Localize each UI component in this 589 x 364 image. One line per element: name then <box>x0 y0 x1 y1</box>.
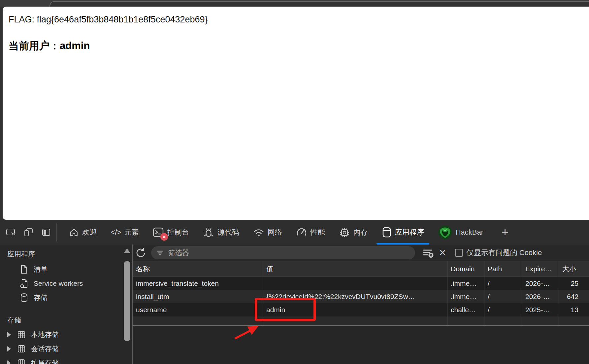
cookie-row-install-utm[interactable]: install_utm {%22deviceId%22:%22kzvevDUTv… <box>133 290 589 303</box>
cookie-domain[interactable]: .imme… <box>447 290 484 303</box>
table-grid-icon <box>17 359 26 364</box>
cookie-row-immersive-translate-token[interactable]: immersive_translate_token .imme… / 2026-… <box>133 277 589 290</box>
more-tabs-button[interactable]: + <box>502 225 508 239</box>
cookie-size[interactable]: 642 <box>559 290 589 303</box>
gauge-icon <box>296 227 307 237</box>
tab-performance[interactable]: 性能 <box>296 220 325 245</box>
filter-input[interactable] <box>168 248 410 257</box>
tab-label: 欢迎 <box>82 227 97 237</box>
bug-icon <box>203 227 214 238</box>
tab-sources[interactable]: 源代码 <box>203 220 239 245</box>
filter-field[interactable] <box>151 246 415 259</box>
tab-label: 内存 <box>353 227 368 237</box>
column-header-name[interactable]: 名称 <box>133 261 263 277</box>
cookie-expires[interactable]: 2026-… <box>522 290 559 303</box>
cookie-preview-pane <box>133 326 589 364</box>
tab-label: 控制台 <box>167 227 189 237</box>
tab-label: 元素 <box>124 227 139 237</box>
tabbar-separator <box>56 223 57 241</box>
sidebar-item-storage[interactable]: 存储 <box>20 292 48 304</box>
cookie-row-username[interactable]: username admin challe… / 2025-… 13 <box>133 303 589 316</box>
sidebar-item-label: Service workers <box>34 280 83 287</box>
sidebar-section-storage: 存储 <box>7 314 21 326</box>
sidebar-item-local-storage[interactable]: 本地存储 <box>7 329 59 341</box>
devtools-panel: 欢迎 </> 元素 × 控制台 源代码 网络 性能 内存 <box>0 220 589 364</box>
cookie-name[interactable]: username <box>133 303 263 316</box>
scrollbar-thumb[interactable] <box>124 261 130 341</box>
clear-list-icon <box>422 247 434 258</box>
sidebar-item-service-workers[interactable]: Service workers <box>20 278 83 289</box>
tab-elements[interactable]: </> 元素 <box>111 220 139 245</box>
sidebar-item-label: 清单 <box>34 265 48 274</box>
hackbar-fox-icon <box>438 225 452 240</box>
clear-all-cookies-button[interactable] <box>422 247 434 258</box>
sidebar-item-label: 本地存储 <box>31 330 59 339</box>
code-brackets-icon: </> <box>111 228 121 237</box>
database-icon <box>20 293 28 302</box>
browser-chrome-left-edge <box>0 7 3 220</box>
expand-arrow-icon[interactable] <box>7 332 11 337</box>
document-icon <box>20 265 28 274</box>
current-user-line: 当前用户：admin <box>9 39 90 53</box>
sidebar-item-manifest[interactable]: 清单 <box>20 263 48 275</box>
cookies-pane: ✕ 仅显示有问题的 Cookie 名称 值 Domain Path Expire… <box>133 245 589 364</box>
tab-memory[interactable]: 内存 <box>339 220 368 245</box>
cookie-table-header: 名称 值 Domain Path Expire… 大小 <box>133 261 589 277</box>
expand-arrow-icon[interactable] <box>7 346 11 351</box>
tab-hackbar[interactable]: HackBar <box>438 220 483 245</box>
cookie-expires[interactable]: 2026-… <box>522 277 559 290</box>
sidebar-item-extension-storage[interactable]: 扩展存储 <box>7 357 59 364</box>
cookie-table-empty-row <box>133 316 589 325</box>
cookie-value[interactable] <box>263 277 447 290</box>
device-emulation-button[interactable] <box>23 227 33 237</box>
cookie-name[interactable]: install_utm <box>133 290 263 303</box>
dock-side-icon <box>41 227 51 237</box>
only-problem-cookies-label: 仅显示有问题的 Cookie <box>467 248 542 258</box>
cookie-path[interactable]: / <box>484 277 522 290</box>
cookie-size[interactable]: 25 <box>559 277 589 290</box>
memory-chip-icon <box>339 227 350 238</box>
wifi-icon <box>253 227 264 237</box>
current-user-value: admin <box>60 40 90 51</box>
application-icon <box>382 227 392 238</box>
column-header-domain[interactable]: Domain <box>447 261 484 277</box>
sidebar-item-session-storage[interactable]: 会话存储 <box>7 343 59 355</box>
tab-welcome[interactable]: 欢迎 <box>69 220 97 245</box>
tab-network[interactable]: 网络 <box>253 220 282 245</box>
column-header-value[interactable]: 值 <box>263 261 447 277</box>
refresh-button[interactable] <box>134 246 148 260</box>
column-header-size[interactable]: 大小 <box>559 261 589 277</box>
cookie-domain[interactable]: challe… <box>447 303 484 316</box>
scrollbar-up-arrow[interactable] <box>124 248 130 253</box>
cookie-size[interactable]: 13 <box>559 303 589 316</box>
cookie-path[interactable]: / <box>484 303 522 316</box>
tab-application[interactable]: 应用程序 <box>382 220 424 245</box>
inspect-element-button[interactable] <box>6 227 16 237</box>
inspect-cursor-icon <box>6 227 16 237</box>
devtools-tabbar: 欢迎 </> 元素 × 控制台 源代码 网络 性能 内存 <box>0 220 589 245</box>
device-toolbar-icon <box>23 227 33 237</box>
table-grid-icon <box>17 330 26 339</box>
cookie-domain[interactable]: .imme… <box>447 277 484 290</box>
tab-label: 应用程序 <box>395 227 424 237</box>
devtools-tool-icons <box>0 227 51 237</box>
table-grid-icon <box>17 345 26 353</box>
console-error-badge: × <box>160 233 168 241</box>
sidebar-scrollbar[interactable] <box>123 246 131 364</box>
cookie-path[interactable]: / <box>484 290 522 303</box>
dock-panel-button[interactable] <box>41 227 51 237</box>
delete-cookie-button[interactable]: ✕ <box>439 248 446 257</box>
refresh-icon <box>135 247 147 259</box>
column-header-expires[interactable]: Expire… <box>522 261 559 277</box>
cookies-toolbar: ✕ 仅显示有问题的 Cookie <box>133 245 589 261</box>
cookie-expires[interactable]: 2025-… <box>522 303 559 316</box>
expand-arrow-icon[interactable] <box>7 360 11 364</box>
cookie-name[interactable]: immersive_translate_token <box>133 277 263 290</box>
only-problem-cookies-checkbox[interactable] <box>455 249 463 257</box>
tab-console[interactable]: × 控制台 <box>153 220 189 245</box>
browser-tab-shape <box>49 1 589 7</box>
tab-label: 网络 <box>268 227 282 237</box>
sidebar-item-label: 扩展存储 <box>31 358 59 364</box>
column-header-path[interactable]: Path <box>484 261 522 277</box>
service-worker-icon <box>20 279 28 288</box>
